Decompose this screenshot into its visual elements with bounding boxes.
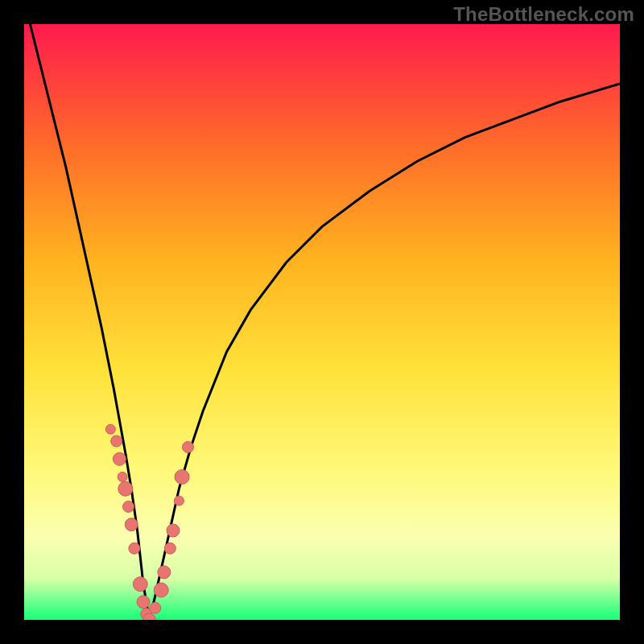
- highlight-point: [129, 543, 140, 554]
- highlight-point: [167, 524, 180, 537]
- highlight-point: [133, 577, 147, 592]
- highlight-point: [105, 424, 115, 434]
- chart-svg: [24, 24, 620, 620]
- highlight-point: [125, 518, 138, 531]
- highlight-point: [118, 472, 127, 481]
- watermark-text: TheBottleneck.com: [453, 3, 634, 26]
- highlight-point: [111, 436, 122, 447]
- highlight-point: [164, 543, 175, 554]
- highlight-point: [183, 441, 194, 452]
- highlight-point: [174, 496, 184, 506]
- highlight-point: [158, 566, 171, 579]
- highlight-point: [113, 452, 126, 465]
- highlight-point: [137, 596, 150, 609]
- highlight-point: [150, 602, 161, 613]
- plot-area: [24, 24, 620, 620]
- highlight-point: [118, 481, 133, 496]
- highlight-point: [175, 469, 189, 484]
- highlight-point: [154, 583, 168, 597]
- highlight-point: [123, 501, 134, 512]
- chart-frame: TheBottleneck.com: [0, 0, 644, 644]
